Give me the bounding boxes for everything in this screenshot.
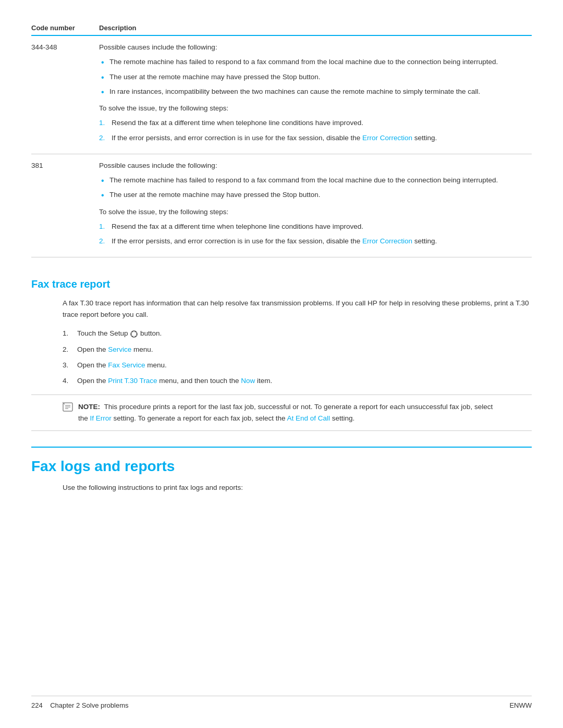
step-item-0-0: 1.Resend the fax at a different time whe…	[99, 118, 525, 128]
solve-text-1: To solve the issue, try the following st…	[99, 207, 525, 217]
step-item-1-1: 2.If the error persists, and error corre…	[99, 236, 525, 246]
col-code-header: Code number	[31, 21, 99, 35]
col-desc-header: Description	[99, 21, 532, 35]
fax-step-link-1[interactable]: Service	[108, 346, 131, 353]
fax-trace-heading: Fax trace report	[31, 278, 532, 290]
note-box: NOTE: This procedure prints a report for…	[31, 394, 532, 430]
fax-step-0: 1.Touch the Setup button.	[63, 328, 532, 339]
fax-step-2: 3.Open the Fax Service menu.	[63, 360, 532, 371]
step-item-1-0: 1.Resend the fax at a different time whe…	[99, 221, 525, 232]
table-desc-0: Possible causes include the following:Th…	[99, 35, 532, 154]
fax-step-3: 4.Open the Print T.30 Trace menu, and th…	[63, 376, 532, 386]
bullet-item-1-1: The user at the remote machine may have …	[99, 190, 525, 200]
step-link-1-1[interactable]: Error Correction	[362, 237, 412, 245]
note-link2[interactable]: At End of Call	[287, 414, 331, 422]
fax-logs-heading: Fax logs and reports	[31, 447, 532, 475]
table-code-1: 381	[31, 154, 99, 257]
fax-step-num-1: 2.	[63, 344, 68, 355]
bullet-item-0-0: The remote machine has failed to respond…	[99, 57, 525, 67]
table-intro-0: Possible causes include the following:	[99, 42, 525, 53]
table-desc-1: Possible causes include the following:Th…	[99, 154, 532, 257]
fax-logs-section: Fax logs and reports Use the following i…	[31, 447, 532, 493]
note-link1[interactable]: If Error	[90, 414, 112, 422]
fax-step-num-2: 3.	[63, 360, 68, 371]
fax-step-1: 2.Open the Service menu.	[63, 344, 532, 355]
solve-text-0: To solve the issue, try the following st…	[99, 103, 525, 114]
table-intro-1: Possible causes include the following:	[99, 161, 525, 171]
note-label: NOTE:	[78, 403, 100, 411]
page-container: Code number Description 344-348Possible …	[0, 0, 563, 728]
step-num-0-0: 1.	[99, 118, 105, 128]
fax-step-link1-3[interactable]: Print T.30 Trace	[108, 377, 157, 385]
bullet-item-0-1: The user at the remote machine may have …	[99, 72, 525, 82]
footer-page-num: 224	[31, 701, 43, 709]
bullet-item-1-0: The remote machine has failed to respond…	[99, 175, 525, 186]
bullet-item-0-2: In rare instances, incompatibility betwe…	[99, 87, 525, 97]
step-item-0-1: 2.If the error persists, and error corre…	[99, 133, 525, 143]
fax-trace-section: Fax trace report A fax T.30 trace report…	[31, 278, 532, 430]
step-num-0-1: 2.	[99, 133, 105, 143]
fax-step-link2-3[interactable]: Now	[241, 377, 255, 385]
table-code-0: 344-348	[31, 35, 99, 154]
error-table: Code number Description 344-348Possible …	[31, 21, 532, 257]
fax-step-num-3: 4.	[63, 376, 68, 386]
fax-trace-steps: 1.Touch the Setup button.2.Open the Serv…	[31, 328, 532, 386]
setup-icon	[130, 330, 138, 338]
footer-left: 224 Chapter 2 Solve problems	[31, 701, 128, 709]
fax-step-link-2[interactable]: Fax Service	[108, 361, 145, 369]
fax-step-num-0: 1.	[63, 328, 68, 339]
footer-right: ENWW	[509, 701, 532, 709]
note-text: NOTE: This procedure prints a report for…	[78, 401, 500, 424]
page-footer: 224 Chapter 2 Solve problems ENWW	[31, 696, 532, 709]
step-num-1-1: 2.	[99, 236, 105, 246]
note-icon	[63, 402, 74, 416]
footer-chapter: Chapter 2 Solve problems	[50, 701, 128, 709]
fax-trace-intro: A fax T.30 trace report has information …	[31, 298, 532, 320]
fax-logs-intro: Use the following instructions to print …	[31, 482, 532, 493]
step-link-0-1[interactable]: Error Correction	[362, 134, 412, 142]
step-num-1-0: 1.	[99, 221, 105, 232]
